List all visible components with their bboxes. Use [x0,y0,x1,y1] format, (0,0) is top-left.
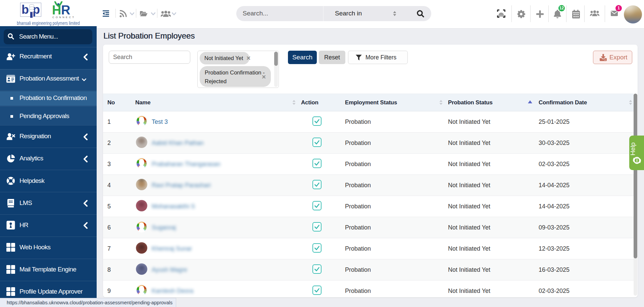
svg-text:R: R [61,3,70,17]
svg-text:b: b [21,3,29,16]
svg-text:CONNECT: CONNECT [52,16,76,19]
